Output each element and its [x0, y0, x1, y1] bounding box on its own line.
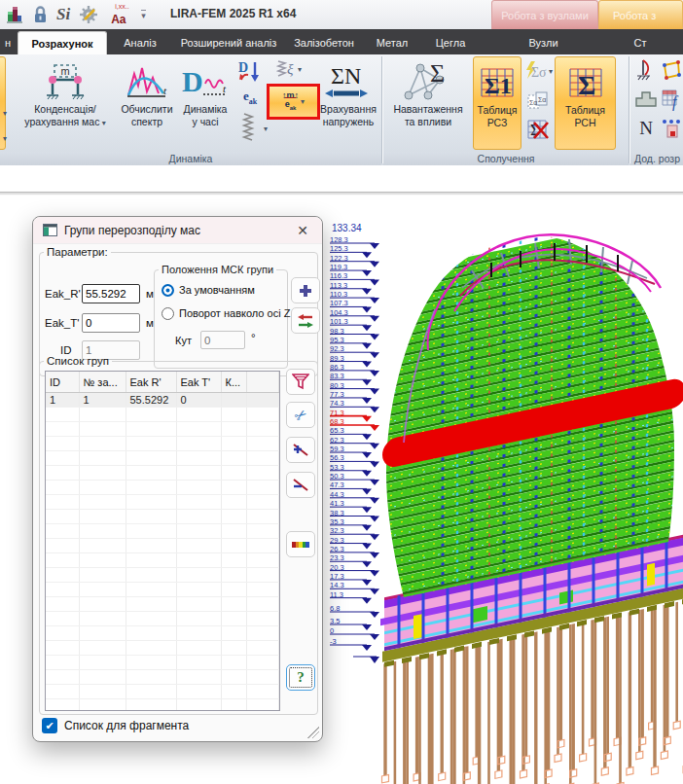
table-row[interactable]	[46, 583, 279, 597]
add-group-button[interactable]	[291, 277, 320, 303]
table-row[interactable]	[46, 408, 279, 422]
table-rsz-button[interactable]: Σ1 Таблиця РСЗ	[473, 56, 521, 150]
table-row[interactable]	[46, 612, 279, 626]
table-cell	[221, 670, 246, 685]
dialog-title-bar[interactable]: Групи перерозподілу мас ✕	[33, 217, 322, 244]
table-row[interactable]	[46, 685, 279, 699]
column-header[interactable]: Eak T'	[176, 372, 221, 393]
table-row[interactable]	[46, 481, 279, 495]
spring-icon	[240, 112, 256, 143]
resize-grip[interactable]	[307, 727, 319, 738]
button-label: РСЗ	[487, 117, 508, 129]
table-row[interactable]	[46, 437, 279, 451]
remove-from-line-button[interactable]	[286, 472, 315, 498]
mass-redistribution-button[interactable]: ↕m↕ eak ▾	[270, 87, 317, 117]
tab-4[interactable]: Залізобетон	[286, 31, 362, 54]
table-row[interactable]	[46, 553, 279, 568]
units-icon[interactable]: Si	[56, 5, 70, 24]
table-row[interactable]	[46, 656, 279, 670]
table-cell	[79, 656, 126, 670]
color-scale-button[interactable]	[286, 531, 315, 557]
qat-customize-caret[interactable]: ▾	[141, 10, 146, 19]
column-header[interactable]: Eak R'	[126, 372, 176, 393]
svg-text:110.3: 110.3	[330, 290, 347, 299]
node-table-button[interactable]	[660, 116, 683, 141]
table-row[interactable]	[46, 510, 279, 524]
eak-r-input[interactable]	[82, 284, 140, 303]
eak-t-input[interactable]	[82, 313, 140, 333]
table-row[interactable]	[46, 524, 279, 539]
copy-tables-button[interactable]: ΣαΣα	[525, 88, 551, 113]
context-header-nodes[interactable]: Робота з вузлами	[491, 0, 598, 30]
table-row[interactable]	[46, 539, 279, 553]
loads-impacts-button[interactable]: Σ Навантаження та впливи	[386, 56, 470, 150]
tab-5[interactable]: Метал	[364, 31, 420, 54]
column-header[interactable]	[246, 372, 279, 393]
mass-condensation-button[interactable]: m Конденсація/ урахування мас ▾	[14, 56, 117, 150]
time-history-button[interactable]: D t Динаміка у часі	[177, 56, 234, 150]
tab-7[interactable]: Вузли	[491, 31, 595, 54]
table-row[interactable]	[46, 495, 279, 510]
table-rsn-button[interactable]: Σ Таблиця РСН	[555, 56, 616, 150]
table-row[interactable]	[46, 641, 279, 656]
function-table-button[interactable]: f	[660, 87, 683, 112]
table-cell	[246, 466, 279, 481]
caret-icon[interactable]: ▾	[3, 134, 7, 143]
caret-icon[interactable]: ▾	[3, 109, 7, 118]
table-row[interactable]	[46, 466, 279, 481]
radio-rotate-z[interactable]	[162, 307, 174, 320]
spring-button[interactable]	[234, 111, 262, 144]
table-row[interactable]	[46, 626, 279, 641]
table-row[interactable]	[46, 451, 279, 466]
column-header[interactable]: К...	[221, 372, 246, 393]
table-row[interactable]	[46, 568, 279, 583]
table-row[interactable]: 1155.52920	[46, 393, 279, 408]
column-header[interactable]: № за...	[79, 372, 126, 393]
context-header-rods[interactable]: Робота з	[598, 0, 683, 29]
table-row[interactable]	[46, 699, 279, 712]
cut-button[interactable]: ✂	[286, 402, 315, 428]
table-cell	[79, 510, 126, 524]
filter-button[interactable]	[286, 369, 315, 395]
table-cell	[46, 568, 79, 583]
tab-2[interactable]: Аналіз	[109, 31, 171, 54]
add-to-line-button[interactable]	[286, 437, 315, 463]
table-cell	[126, 451, 176, 466]
text-format-icon[interactable]: i,xx.. Aa	[109, 3, 132, 26]
eak-button[interactable]: eak	[236, 86, 264, 109]
tab-0[interactable]: н	[0, 31, 16, 54]
caret-icon[interactable]: ▾	[264, 125, 268, 133]
column-header[interactable]: ID	[46, 372, 79, 393]
pile-deflection-button[interactable]	[634, 57, 658, 83]
radio-default[interactable]	[162, 284, 174, 297]
group-list-table[interactable]: ID№ за...Eak R'Eak T'К... 1155.52920	[45, 371, 280, 711]
force-n-button[interactable]: N	[634, 116, 658, 141]
sigma-stress-button[interactable]: Σσ ▾	[523, 58, 553, 84]
model-view[interactable]: 133.34128.3125.3122.3119.3116.3113.3110.…	[326, 195, 683, 784]
svg-text:32.3: 32.3	[330, 526, 344, 535]
tab-6[interactable]: Цегла	[422, 31, 479, 54]
compute-spectrum-button[interactable]: t Обчислити спектр	[118, 56, 176, 150]
help-button[interactable]: ?	[286, 664, 315, 691]
table-cell	[246, 422, 279, 437]
stress-account-button[interactable]: ΣN Врахування напружень	[317, 56, 379, 150]
footing-button[interactable]	[634, 87, 658, 112]
checkbox-checked-icon[interactable]: ✔	[42, 718, 57, 733]
swap-direction-button[interactable]	[291, 307, 320, 334]
displacement-arrows-button[interactable]: D	[236, 58, 264, 84]
table-row[interactable]	[46, 422, 279, 437]
table-cell	[221, 481, 246, 495]
settings-gear-icon[interactable]	[79, 4, 100, 25]
punching-contour-button[interactable]	[660, 57, 683, 83]
fragment-list-checkbox-row[interactable]: ✔ Список для фрагмента	[42, 718, 189, 733]
delete-table-button[interactable]: Σ	[525, 115, 551, 142]
damping-button[interactable]: ξ ▾	[270, 56, 308, 82]
table-row[interactable]	[46, 670, 279, 685]
tab-3[interactable]: Розширений аналіз	[173, 31, 284, 54]
table-row[interactable]	[46, 597, 279, 612]
tab-1[interactable]: Розрахунок	[18, 31, 107, 54]
model-blocks-icon[interactable]	[6, 6, 24, 24]
tab-8[interactable]: Ст	[597, 31, 683, 54]
lock-icon[interactable]	[33, 6, 48, 23]
close-icon[interactable]: ✕	[293, 223, 312, 238]
